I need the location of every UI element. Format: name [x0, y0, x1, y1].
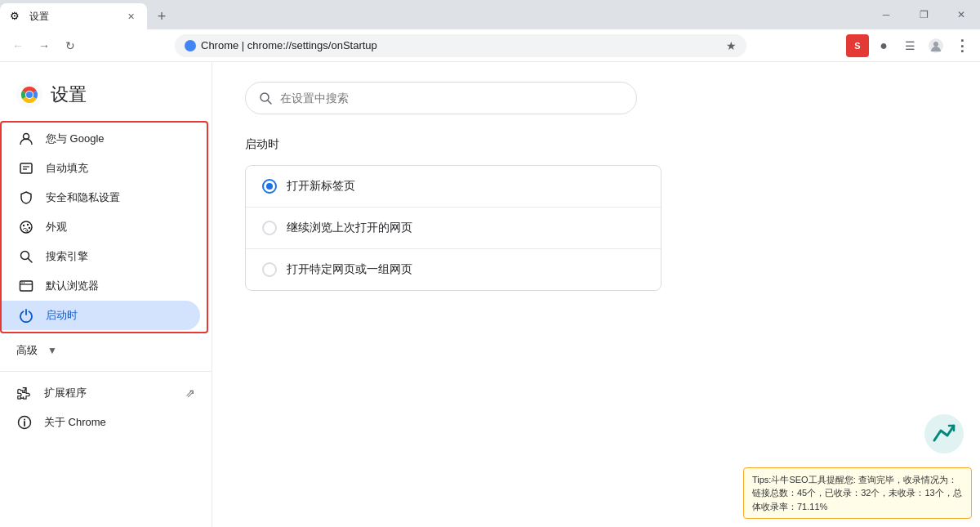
option-specific[interactable]: 打开特定网页或一组网页: [246, 248, 661, 290]
seo-tooltip-box: Tips:斗牛SEO工具提醒您: 查询完毕，收录情况为： 链接总数：45个，已收…: [743, 467, 972, 520]
svg-point-21: [24, 282, 25, 284]
back-button[interactable]: ←: [7, 34, 29, 57]
minimize-button[interactable]: ─: [867, 0, 905, 29]
main-content: 启动时 打开新标签页 继续浏览上次打开的网页: [212, 62, 980, 527]
svg-line-26: [268, 100, 271, 104]
address-bar[interactable]: Chrome | chrome://settings/onStartup ★: [175, 34, 746, 57]
sidebar-extensions-row[interactable]: 扩展程序 ⇗: [0, 378, 212, 408]
sidebar-divider: [0, 371, 212, 372]
startup-options-card: 打开新标签页 继续浏览上次打开的网页 打开特定网页或一组网页: [245, 165, 662, 291]
startup-section-title: 启动时: [245, 137, 947, 152]
tab-close-button[interactable]: ✕: [124, 10, 137, 23]
site-favicon: [185, 40, 196, 51]
option-continue[interactable]: 继续浏览上次打开的网页: [246, 207, 661, 248]
new-tab-button[interactable]: +: [150, 5, 173, 28]
more-menu-button[interactable]: ⋮: [951, 34, 973, 57]
settings-page-title: 设置: [51, 83, 87, 107]
shield-icon: [18, 190, 34, 206]
tab-title: 设置: [29, 10, 118, 24]
ext-icon-1[interactable]: S: [846, 34, 869, 57]
browser-frame: ⚙ 设置 ✕ + ─ ❐ ✕ ← → ↻ Chrome | chrome://s…: [0, 0, 980, 527]
browser-icon: [18, 278, 34, 294]
tab-favicon: ⚙: [10, 10, 23, 23]
settings-body: 设置 您与 Google 自动填充: [0, 62, 980, 527]
ext-icon-2[interactable]: ●: [872, 34, 895, 57]
address-right-icons: ★: [726, 39, 737, 52]
chrome-logo: [16, 82, 42, 108]
sidebar-label-appearance: 外观: [46, 220, 67, 234]
sidebar-item-security[interactable]: 安全和隐私设置: [2, 183, 200, 212]
svg-point-24: [24, 419, 25, 421]
svg-point-20: [21, 282, 23, 284]
svg-rect-9: [20, 163, 32, 173]
chevron-down-icon: ▼: [47, 345, 57, 356]
sidebar-label-google: 您与 Google: [46, 132, 105, 146]
sidebar-toggle[interactable]: ☰: [898, 34, 921, 57]
puzzle-icon: [16, 385, 33, 401]
option-new-tab[interactable]: 打开新标签页: [246, 166, 661, 207]
sidebar-label-search: 搜索引擎: [46, 249, 88, 264]
radio-new-tab[interactable]: [262, 179, 277, 194]
sidebar-label-default-browser: 默认浏览器: [46, 279, 99, 293]
info-icon: [16, 414, 33, 431]
sidebar-header: 设置: [0, 75, 212, 121]
sidebar-item-default-browser[interactable]: 默认浏览器: [2, 271, 200, 301]
sidebar-extensions-inner: 扩展程序: [16, 385, 87, 401]
search-bar[interactable]: [245, 82, 637, 114]
svg-point-13: [23, 225, 24, 226]
sidebar-highlight-box: 您与 Google 自动填充 安全和隐私设置: [0, 121, 208, 333]
sidebar-item-search[interactable]: 搜索引擎: [2, 242, 200, 271]
svg-point-14: [27, 224, 29, 226]
profile-menu-button[interactable]: [924, 34, 947, 57]
option-continue-label: 继续浏览上次打开的网页: [287, 221, 412, 235]
svg-point-2: [933, 42, 938, 47]
search-magnifier-icon: [259, 92, 272, 105]
forward-button[interactable]: →: [33, 34, 56, 57]
window-controls: ─ ❐ ✕: [867, 0, 980, 29]
search-input[interactable]: [280, 92, 623, 105]
option-specific-label: 打开特定网页或一组网页: [287, 262, 412, 277]
sidebar-about-label: 关于 Chrome: [44, 415, 106, 430]
badge-icon: [18, 160, 34, 176]
seo-tool-icon[interactable]: [924, 414, 964, 453]
sidebar-advanced-label: 高级: [16, 343, 38, 358]
tooltip-text: Tips:斗牛SEO工具提醒您: 查询完毕，收录情况为： 链接总数：45个，已收…: [752, 475, 962, 511]
search-icon: [18, 248, 34, 265]
sidebar-label-security: 安全和隐私设置: [46, 190, 120, 205]
external-link-icon: ⇗: [185, 386, 195, 400]
svg-point-0: [186, 42, 194, 50]
nav-right-icons: S ● ☰ ⋮: [846, 34, 973, 57]
reload-button[interactable]: ↻: [59, 34, 82, 57]
radio-inner-new-tab: [266, 183, 273, 190]
sidebar: 设置 您与 Google 自动填充: [0, 62, 212, 527]
svg-point-15: [29, 227, 30, 229]
navigation-bar: ← → ↻ Chrome | chrome://settings/onStart…: [0, 29, 980, 62]
palette-icon: [18, 219, 34, 235]
svg-point-7: [26, 92, 33, 98]
tab-bar: ⚙ 设置 ✕ + ─ ❐ ✕: [0, 0, 980, 29]
sidebar-item-autofill[interactable]: 自动填充: [2, 154, 200, 183]
sidebar-extensions-label: 扩展程序: [44, 386, 87, 400]
sidebar-item-google[interactable]: 您与 Google: [2, 124, 200, 154]
close-button[interactable]: ✕: [942, 0, 980, 29]
option-new-tab-label: 打开新标签页: [287, 179, 355, 194]
sidebar-item-about[interactable]: 关于 Chrome: [0, 408, 205, 437]
sidebar-label-startup: 启动时: [46, 308, 78, 323]
person-icon: [18, 131, 34, 147]
radio-specific[interactable]: [262, 262, 277, 277]
svg-line-17: [29, 259, 33, 263]
active-tab[interactable]: ⚙ 设置 ✕: [0, 3, 147, 29]
sidebar-item-startup[interactable]: 启动时: [2, 301, 200, 330]
bookmark-icon[interactable]: ★: [726, 39, 737, 52]
sidebar-advanced[interactable]: 高级 ▼: [0, 337, 212, 364]
address-text: Chrome | chrome://settings/onStartup: [201, 39, 721, 51]
sidebar-label-autofill: 自动填充: [46, 161, 88, 176]
radio-continue[interactable]: [262, 221, 277, 235]
sidebar-item-appearance[interactable]: 外观: [2, 212, 200, 242]
power-icon: [18, 307, 34, 324]
restore-button[interactable]: ❐: [905, 0, 942, 29]
